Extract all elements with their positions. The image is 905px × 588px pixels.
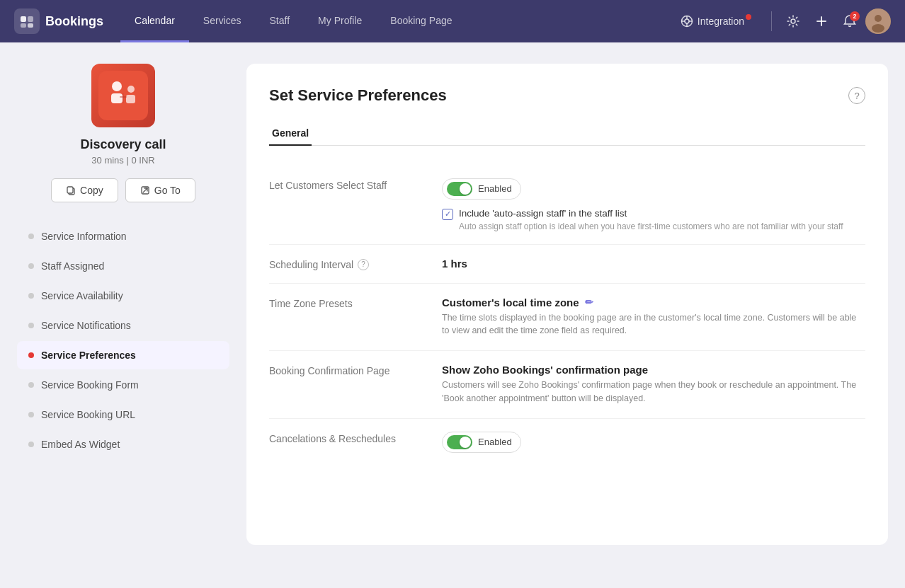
settings-button[interactable] <box>780 8 806 34</box>
goto-button[interactable]: Go To <box>125 178 195 202</box>
booking-confirm-desc: Customers will see Zoho Bookings' confir… <box>442 379 865 405</box>
svg-point-14 <box>875 15 882 22</box>
sidebar-item-service-information[interactable]: Service Information <box>17 222 229 250</box>
toggle-label-cancel: Enabled <box>478 437 512 447</box>
nav-services[interactable]: Services <box>189 0 256 42</box>
timezone-edit-icon[interactable]: ✏ <box>585 296 593 308</box>
scheduling-interval-help-icon[interactable]: ? <box>358 259 369 270</box>
nav-links: Calendar Services Staff My Profile Booki… <box>120 0 672 42</box>
navbar: Bookings Calendar Services Staff My Prof… <box>0 0 905 42</box>
label-booking-confirmation: Booking Confirmation Page <box>269 364 425 376</box>
checkbox-row-auto-assign: ✓ Include 'auto-assign staff' in the sta… <box>442 208 865 220</box>
dot-service-information <box>28 234 34 239</box>
value-let-customers-select-staff: Enabled ✓ Include 'auto-assign staff' in… <box>442 178 865 231</box>
form-row-let-customers-select-staff: Let Customers Select Staff Enabled ✓ Inc… <box>269 166 865 245</box>
dot-service-availability <box>28 293 34 299</box>
service-title: Discovery call <box>80 137 166 152</box>
nav-staff[interactable]: Staff <box>256 0 304 42</box>
svg-rect-24 <box>67 187 73 193</box>
checkbox-auto-assign-desc: Auto assign staff option is ideal when y… <box>459 221 865 231</box>
main-panel: Set Service Preferences ? General Let Cu… <box>246 64 888 545</box>
add-button[interactable] <box>809 8 834 34</box>
sidebar-item-embed-as-widget[interactable]: Embed As Widget <box>17 430 229 459</box>
svg-line-26 <box>143 188 147 192</box>
timezone-desc: The time slots displayed in the booking … <box>442 311 865 338</box>
label-scheduling-interval: Scheduling Interval ? <box>269 258 425 270</box>
form-row-cancelations-reschedules: Cancelations & Reschedules Enabled <box>269 419 865 466</box>
sidebar-item-service-preferences[interactable]: Service Preferences <box>17 341 229 369</box>
dot-service-notifications <box>28 323 34 328</box>
notifications-button[interactable]: 2 <box>837 8 863 34</box>
value-cancelations-reschedules: Enabled <box>442 432 865 453</box>
brand-name: Bookings <box>45 14 103 29</box>
brand-icon <box>14 8 40 34</box>
label-cancelations-reschedules: Cancelations & Reschedules <box>269 432 425 444</box>
main-title: Set Service Preferences <box>269 86 447 105</box>
brand-logo[interactable]: Bookings <box>14 8 103 34</box>
value-timezone-presets: Customer's local time zone ✏ The time sl… <box>442 296 865 338</box>
svg-rect-20 <box>126 95 135 103</box>
svg-point-10 <box>791 19 795 23</box>
svg-point-19 <box>127 86 135 93</box>
toggle-cancelations-reschedules[interactable]: Enabled <box>442 432 521 453</box>
help-icon[interactable]: ? <box>848 87 865 104</box>
main-header: Set Service Preferences ? <box>269 86 865 105</box>
svg-point-5 <box>685 19 689 23</box>
service-meta: 30 mins | 0 INR <box>91 155 154 166</box>
dot-service-booking-url <box>28 412 34 417</box>
integration-button[interactable]: Integration <box>672 15 763 28</box>
copy-button[interactable]: Copy <box>51 178 118 202</box>
form-row-timezone-presets: Time Zone Presets Customer's local time … <box>269 284 865 352</box>
nav-calendar[interactable]: Calendar <box>120 0 189 42</box>
toggle-track-cancel <box>447 435 472 449</box>
nav-divider <box>771 11 772 31</box>
user-avatar[interactable] <box>865 8 891 34</box>
integration-badge <box>746 14 751 20</box>
value-booking-confirmation: Show Zoho Bookings' confirmation page Cu… <box>442 364 865 405</box>
svg-rect-0 <box>21 16 26 22</box>
dot-service-preferences <box>28 352 34 358</box>
nav-right: Integration 2 <box>672 8 891 34</box>
form-row-booking-confirmation: Booking Confirmation Page Show Zoho Book… <box>269 351 865 419</box>
sidebar-item-service-availability[interactable]: Service Availability <box>17 282 229 310</box>
nav-my-profile[interactable]: My Profile <box>304 0 376 42</box>
sidebar-item-service-booking-url[interactable]: Service Booking URL <box>17 400 229 429</box>
interval-value: 1 hrs <box>442 258 467 270</box>
label-let-customers-select-staff: Let Customers Select Staff <box>269 178 425 191</box>
toggle-track <box>447 182 472 196</box>
svg-point-17 <box>112 81 122 91</box>
svg-rect-2 <box>21 23 26 28</box>
sidebar-item-service-notifications[interactable]: Service Notifications <box>17 311 229 340</box>
svg-rect-3 <box>28 23 33 28</box>
toggle-thumb-cancel <box>460 437 471 448</box>
tabs: General <box>269 122 865 146</box>
booking-confirm-title: Show Zoho Bookings' confirmation page <box>442 364 865 376</box>
service-image <box>91 64 155 127</box>
toggle-thumb <box>460 183 471 195</box>
sidebar-nav: Service Information Staff Assigned Servi… <box>17 222 229 459</box>
dot-embed-as-widget <box>28 442 34 447</box>
dot-staff-assigned <box>28 263 34 269</box>
nav-booking-page[interactable]: Booking Page <box>376 0 466 42</box>
checkbox-auto-assign-text: Include 'auto-assign staff' in the staff… <box>459 208 627 219</box>
sidebar-actions: Copy Go To <box>51 178 195 202</box>
svg-rect-18 <box>111 93 123 103</box>
timezone-value: Customer's local time zone ✏ <box>442 296 865 309</box>
svg-rect-1 <box>28 16 33 22</box>
toggle-let-customers-select-staff[interactable]: Enabled <box>442 178 521 200</box>
svg-point-15 <box>872 24 884 33</box>
sidebar: Discovery call 30 mins | 0 INR Copy Go T… <box>17 64 229 545</box>
sidebar-item-staff-assigned[interactable]: Staff Assigned <box>17 252 229 280</box>
label-timezone-presets: Time Zone Presets <box>269 296 425 309</box>
checkmark-icon: ✓ <box>445 209 451 219</box>
value-scheduling-interval: 1 hrs <box>442 258 865 270</box>
page-content: Discovery call 30 mins | 0 INR Copy Go T… <box>0 42 905 566</box>
dot-service-booking-form <box>28 382 34 388</box>
tab-general[interactable]: General <box>269 122 312 146</box>
checkbox-auto-assign[interactable]: ✓ <box>442 209 453 220</box>
notification-badge: 2 <box>850 11 860 21</box>
form-row-scheduling-interval: Scheduling Interval ? 1 hrs <box>269 245 865 284</box>
sidebar-item-service-booking-form[interactable]: Service Booking Form <box>17 371 229 399</box>
